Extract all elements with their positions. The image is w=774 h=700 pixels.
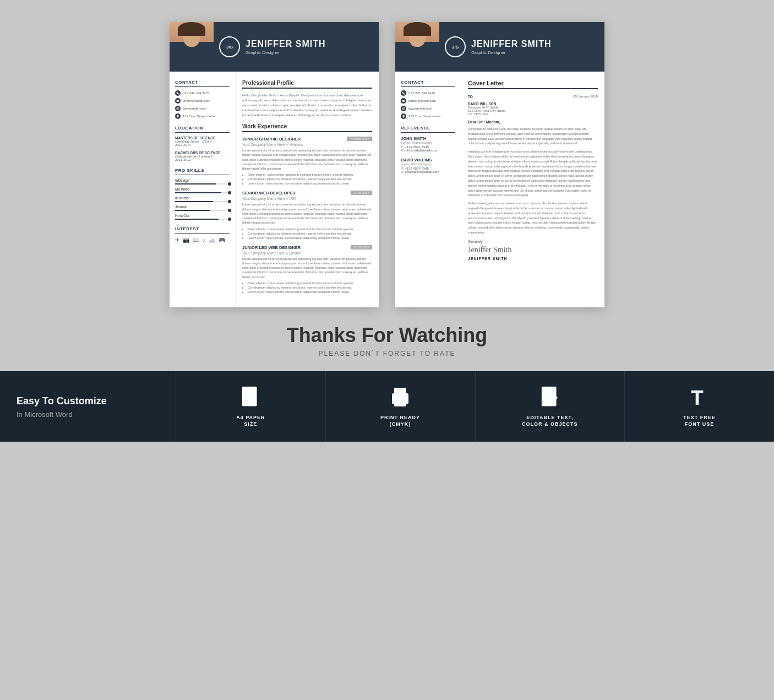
bullet-2-3: Lorem ipsum dolor sitamet, consectetuer … <box>248 236 372 240</box>
feature-label-edit: EDITABLE TEXT, COLOR & OBJECTS <box>522 414 578 428</box>
job-date-1: Present-2018 <box>347 137 372 141</box>
contact-web-text: www.jenifer.com <box>183 107 206 110</box>
svg-rect-14 <box>395 399 406 406</box>
cover-body-1: Consectetuer adipiscing elit, sed diam e… <box>468 127 598 146</box>
education-section: Education MASTERS OF SCIENCE University … <box>175 126 230 161</box>
cover-web-icon <box>401 106 406 111</box>
cover-signature: Jeniffer Smith <box>468 246 598 254</box>
ref-email-1: E: johnsmith@email.com <box>401 149 455 152</box>
resume-sidebar: Contact 012 346 744 3475 jenifer@gmail.c… <box>170 72 236 307</box>
edu-degree-2: BACHELORS OF SCIENCE <box>175 151 230 155</box>
skill-bar-5 <box>175 219 230 220</box>
resume-name-block: JENIFFER SMITH Graphic Designer <box>246 39 326 55</box>
text-t-icon: T <box>687 385 712 410</box>
svg-point-16 <box>405 396 407 398</box>
bullet-3-2: Consectetuer adipiscing euismod tincidun… <box>248 286 372 289</box>
skill-name-2: Ms Word <box>175 187 230 191</box>
cover-web-text: www.jenifer.com <box>408 107 432 110</box>
job-bullets-3: Dolor sitamet, consectetuer adipiscing e… <box>242 281 372 294</box>
cover-body-3: Vellism dolteugates accumman eter usto o… <box>468 201 598 235</box>
cover-contact-section: Contact 012 345 744 3475 jenifer@gmail.c… <box>401 80 455 119</box>
music-icon: ♪ <box>203 237 205 243</box>
skill-indesign: InDesign <box>175 178 230 185</box>
printer-icon <box>388 385 413 410</box>
monogram-text: J/S <box>226 45 233 50</box>
resume-monogram: J/S <box>219 36 240 57</box>
cover-photo <box>395 22 439 72</box>
contact-phone-text: 012 346 744 3475 <box>183 91 209 95</box>
contact-website: www.jenifer.com <box>175 106 230 111</box>
skill-illustrator: Illustrator <box>175 196 230 202</box>
cover-header: J/S JENIFFER SMITH Graphic Designer <box>395 22 604 72</box>
cover-job-title: Graphic Designer <box>471 50 552 55</box>
job-company-3: Your Company Name Here // London <box>242 251 372 255</box>
skill-bar-2 <box>175 192 230 193</box>
interest-section: Interest ✈ 📷 📖 ♪ 🚲 🎮 <box>175 226 230 243</box>
skill-msword: Ms Word <box>175 187 230 193</box>
bullet-3-1: Dolor sitamet, consectetuer adipiscing e… <box>248 281 372 285</box>
a4-icon <box>238 385 263 410</box>
skill-name-1: InDesign <box>175 178 230 182</box>
skills-label: Pro Skills <box>175 168 230 175</box>
bullet-1-3: Lorem ipsum dolor sitamet, consectetuer … <box>248 182 372 185</box>
feature-text: T TEXT FREE FONT USE <box>625 371 774 442</box>
feature-label-a4: A4 PAPER SIZE <box>236 414 265 428</box>
interest-icons: ✈ 📷 📖 ♪ 🚲 🎮 <box>175 237 230 243</box>
skill-bar-3 <box>175 201 230 202</box>
feature-print: PRINT READY (CMYK) <box>326 371 476 442</box>
customize-bold: Customize <box>57 395 107 406</box>
cover-email-text: jenifer@gmail.com <box>408 99 436 102</box>
resume-main: Professional Profile Hello,I Am jeniffer… <box>236 72 379 307</box>
svg-rect-17 <box>542 387 556 406</box>
job-date-2: 2015-2017 <box>351 191 372 195</box>
bullet-2-2: Consectetuer adipiscing euismod tincidun… <box>248 232 372 235</box>
cover-to-block: TO 05 January 2019 <box>468 95 598 99</box>
airplane-icon: ✈ <box>175 237 179 243</box>
job-title-3: JUNIOR LED WEB DESIGNER <box>242 245 301 250</box>
cover-recipient-name: DAVID WILLSON <box>468 102 598 106</box>
web-icon <box>175 106 181 111</box>
contact-section: Contact 012 346 744 3475 jenifer@gmail.c… <box>175 80 230 119</box>
cover-location-icon <box>401 113 406 119</box>
cover-page: J/S JENIFFER SMITH Graphic Designer Cont… <box>395 22 604 307</box>
cover-phone: 012 345 744 3475 <box>401 90 455 96</box>
bullet-1-2: Consectetuer adipiscing euismod tincidun… <box>248 177 372 181</box>
bottom-bar: Easy To Customize In Microsoft Word A4 P… <box>0 371 774 442</box>
profile-section-title: Professional Profile <box>242 80 372 89</box>
profile-text: Hello,I Am jeniffer Smith I Am a Graphic… <box>242 93 372 118</box>
contact-email-text: jenifer@gmail.com <box>183 99 210 102</box>
job-desc-3: Lorem ipsum dolor sit amet,consectetuer … <box>242 257 372 279</box>
cover-greeting: Dear Sir / Madam, <box>468 120 598 124</box>
edu-degree-1: MASTERS OF SCIENCE <box>175 136 230 140</box>
feature-a4: A4 PAPER SIZE <box>176 371 326 442</box>
cover-phone-text: 012 345 744 3475 <box>408 91 435 95</box>
cover-name-block: JENIFFER SMITH Graphic Designer <box>471 39 552 55</box>
contact-phone: 012 346 744 3475 <box>175 90 230 96</box>
ref-person-2: DAVID WILLIMS Junior Web Designer P: +12… <box>401 158 455 173</box>
cover-email: jenifer@gmail.com <box>401 98 455 104</box>
feature-edit: EDITABLE TEXT, COLOR & OBJECTS <box>476 371 625 442</box>
phone-icon <box>175 90 181 96</box>
resume-name: JENIFFER SMITH <box>246 39 326 49</box>
job-item-3: JUNIOR LED WEB DESIGNER 2012-2014 Your C… <box>242 245 372 294</box>
cover-email-icon <box>401 98 406 104</box>
edu-year-2: 2011-2012 <box>175 158 230 161</box>
interest-label: Interest <box>175 226 230 234</box>
skill-bar-4 <box>175 210 230 211</box>
feature-label-text: TEXT FREE FONT USE <box>683 414 716 428</box>
reference-section: Reference JOHN SMITH Senior Web Designer… <box>401 126 455 173</box>
work-section-title: Work Experience <box>242 123 372 132</box>
bottom-left: Easy To Customize In Microsoft Word <box>0 371 176 442</box>
job-company-2: Your Company Name Here // USA <box>242 197 372 200</box>
skill-name-3: Illustrator <box>175 196 230 200</box>
resume-photo <box>170 22 214 72</box>
email-icon <box>175 98 181 104</box>
location-icon <box>175 113 181 119</box>
contact-address: 123,Your Street name <box>175 113 230 119</box>
ref-name-2: DAVID WILLIMS <box>401 158 455 162</box>
edu-year-1: 2012-2014 <box>175 143 230 146</box>
job-desc-1: Lorem ipsum dolor sit amet,consectetuer … <box>242 148 372 171</box>
ref-person-1: JOHN SMITH Senior Web Designer P: +123 4… <box>401 136 455 152</box>
job-item-1: JUNIOR GRAPHIC DESIGNER Present-2018 You… <box>242 137 372 185</box>
job-title-1: JUNIOR GRAPHIC DESIGNER <box>242 137 301 142</box>
